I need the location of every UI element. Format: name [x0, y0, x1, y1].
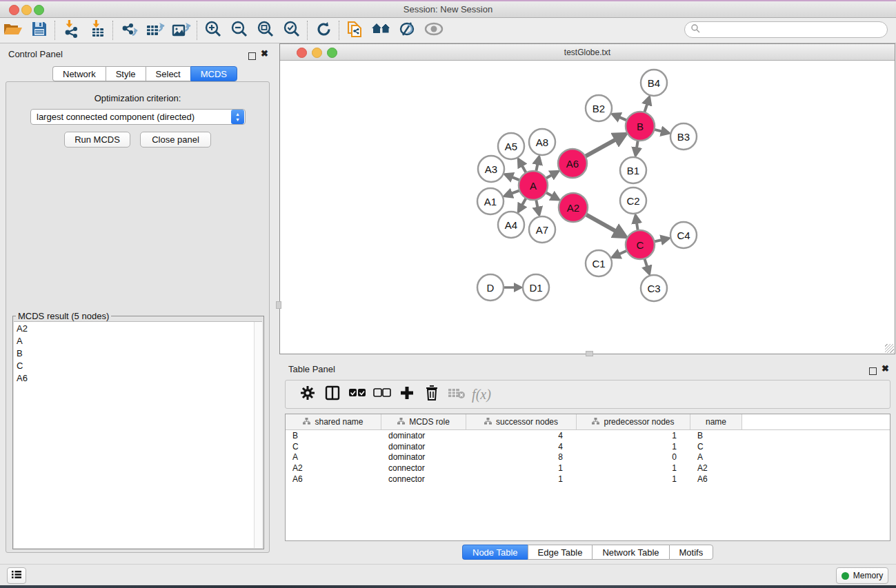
show-panels-button[interactable] [7, 567, 26, 584]
table-row[interactable]: Cdominator41C [286, 441, 890, 452]
save-session-button[interactable] [26, 19, 52, 41]
graph-node-D1[interactable]: D1 [523, 274, 549, 301]
select-all-rows-button[interactable] [345, 383, 370, 406]
graph-node-A2[interactable]: A2 [559, 193, 588, 222]
criterion-select[interactable]: largest connected component (directed) ▲… [30, 109, 246, 125]
vertical-splitter-handle[interactable] [276, 301, 281, 309]
network-canvas[interactable]: AA1A2A3A4A5A6A7A8BB1B2B3B4CC1C2C3C4DD1 [280, 61, 895, 354]
create-column-button[interactable] [395, 383, 419, 406]
zoom-fit-button[interactable] [252, 19, 279, 41]
table-settings-button[interactable] [295, 383, 320, 406]
zoom-selected-button[interactable] [279, 19, 305, 41]
close-panel-button[interactable]: Close panel [140, 132, 211, 148]
memory-button[interactable]: Memory [836, 567, 888, 584]
window-resize-grip[interactable] [885, 344, 894, 353]
mcds-result-item[interactable]: A2 [14, 322, 262, 334]
table-row[interactable]: Adominator80A [286, 452, 890, 463]
close-panel-icon[interactable]: ✖ [261, 50, 268, 57]
deselect-all-rows-button[interactable] [370, 383, 395, 406]
column-header-predecessor-nodes[interactable]: predecessor nodes [577, 414, 690, 429]
network-close-button[interactable] [297, 48, 307, 58]
graph-node-A1[interactable]: A1 [477, 188, 504, 214]
graph-node-C3[interactable]: C3 [641, 275, 667, 301]
maximize-window-button[interactable] [34, 5, 44, 15]
graph-node-C4[interactable]: C4 [670, 222, 697, 248]
graph-edge-A2-C[interactable] [585, 214, 619, 232]
cell-MCDS-role: dominator [381, 452, 466, 462]
import-network-icon [62, 20, 80, 41]
column-header-MCDS-role[interactable]: MCDS role [381, 414, 466, 429]
graph-node-C2[interactable]: C2 [620, 187, 646, 214]
column-header-successor-nodes[interactable]: successor nodes [466, 414, 577, 429]
graph-node-A6[interactable]: A6 [558, 149, 587, 178]
network-window-titlebar[interactable]: testGlobe.txt [280, 44, 895, 61]
hide-selected-button[interactable] [395, 19, 421, 41]
open-file-button[interactable] [0, 19, 26, 41]
graph-node-B1[interactable]: B1 [620, 157, 646, 183]
tab-motifs[interactable]: Motifs [669, 545, 714, 560]
run-mcds-button[interactable]: Run MCDS [64, 132, 130, 148]
delete-table-button[interactable] [444, 383, 469, 406]
column-header-name[interactable]: name [690, 414, 742, 429]
graph-node-A8[interactable]: A8 [529, 129, 555, 155]
minimize-window-button[interactable] [21, 5, 32, 15]
close-window-button[interactable] [9, 5, 19, 15]
graph-node-A[interactable]: A [519, 171, 548, 200]
tab-mcds[interactable]: MCDS [190, 66, 237, 81]
mcds-result-list[interactable]: A2ABCA6 [14, 321, 262, 548]
close-table-panel-icon[interactable]: ✖ [882, 365, 889, 372]
svg-text:A3: A3 [485, 163, 497, 175]
float-panel-icon[interactable] [248, 50, 256, 63]
copy-style-button[interactable] [342, 19, 368, 41]
tab-select[interactable]: Select [146, 66, 190, 81]
graph-node-A4[interactable]: A4 [498, 212, 524, 238]
graph-node-A3[interactable]: A3 [478, 156, 504, 182]
export-table-button[interactable] [142, 19, 168, 41]
float-table-panel-icon[interactable] [869, 365, 877, 378]
mcds-result-item[interactable]: A6 [14, 372, 262, 384]
graph-node-B4[interactable]: B4 [641, 70, 667, 96]
tab-node-table[interactable]: Node Table [462, 545, 528, 560]
search-field[interactable] [700, 24, 887, 35]
apply-function-button[interactable]: f(x) [469, 383, 494, 406]
table-row[interactable]: Bdominator41B [286, 430, 890, 441]
tab-style[interactable]: Style [106, 66, 146, 81]
mcds-result-item[interactable]: A [14, 334, 262, 347]
search-input[interactable] [684, 21, 888, 38]
network-graph[interactable]: AA1A2A3A4A5A6A7A8BB1B2B3B4CC1C2C3C4DD1 [280, 61, 895, 354]
import-table-button[interactable] [84, 19, 110, 41]
graph-node-C1[interactable]: C1 [586, 250, 612, 276]
list-scrollbar[interactable] [254, 322, 262, 548]
horizontal-splitter-handle[interactable] [586, 351, 593, 356]
mcds-result-item[interactable]: C [14, 359, 262, 372]
show-all-networks-button[interactable] [368, 19, 395, 41]
export-network-button[interactable] [116, 19, 142, 41]
table-row[interactable]: A2connector11A2 [286, 463, 890, 474]
graph-node-A5[interactable]: A5 [498, 133, 524, 159]
column-header-shared-name[interactable]: shared name [286, 414, 381, 429]
apply-layout-button[interactable] [310, 19, 337, 41]
show-column-panel-button[interactable] [320, 383, 345, 406]
graph-node-B2[interactable]: B2 [586, 95, 612, 121]
graph-node-B3[interactable]: B3 [670, 123, 697, 150]
graph-node-D[interactable]: D [477, 274, 504, 301]
zoom-out-button[interactable] [226, 19, 252, 41]
tab-network[interactable]: Network [52, 66, 106, 81]
network-minimize-button[interactable] [312, 48, 322, 58]
graph-node-B[interactable]: B [626, 112, 655, 141]
zoom-in-button[interactable] [200, 19, 226, 41]
tab-edge-table[interactable]: Edge Table [528, 545, 593, 560]
show-hidden-button[interactable] [421, 19, 447, 41]
graph-node-C[interactable]: C [626, 230, 655, 259]
graph-node-A7[interactable]: A7 [529, 216, 555, 243]
network-maximize-button[interactable] [327, 48, 337, 58]
export-image-button[interactable] [168, 19, 195, 41]
import-network-button[interactable] [58, 19, 84, 41]
delete-columns-button[interactable] [419, 383, 444, 406]
table-row[interactable]: A6connector11A6 [286, 474, 890, 485]
eye-slash-icon [398, 21, 417, 40]
tab-network-table[interactable]: Network Table [592, 545, 668, 560]
node-table[interactable]: shared nameMCDS rolesuccessor nodesprede… [285, 414, 890, 541]
mcds-result-item[interactable]: B [14, 347, 262, 359]
graph-edge-A6-B[interactable] [584, 138, 619, 156]
